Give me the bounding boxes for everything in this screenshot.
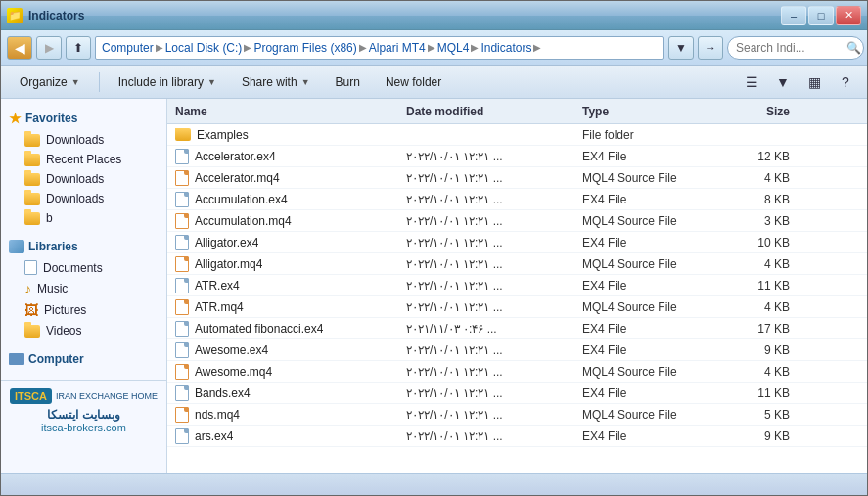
table-row[interactable]: ars.ex4 ۲۰۲۲/۱۰/۰۱ ۱۲:۲۱ ... EX4 File 9 …: [167, 426, 867, 447]
search-input[interactable]: [727, 36, 864, 60]
file-name-text: Awesome.mq4: [195, 365, 272, 379]
table-row[interactable]: Examples File folder: [167, 124, 867, 146]
ex4-file-icon: [175, 321, 189, 337]
sidebar-item-recent-places[interactable]: Recent Places: [1, 150, 166, 169]
sidebar-item-label: Documents: [43, 261, 103, 275]
computer-label: Computer: [28, 352, 84, 366]
dropdown-button[interactable]: ▼: [668, 36, 694, 60]
file-size: 11 KB: [725, 279, 794, 293]
breadcrumb-programfiles[interactable]: Program Files (x86): [253, 41, 356, 55]
sidebar-item-downloads2[interactable]: Downloads: [1, 169, 166, 189]
table-row[interactable]: Accumulation.mq4 ۲۰۲۲/۱۰/۰۱ ۱۲:۲۱ ... MQ…: [167, 210, 867, 232]
sidebar-computer-header[interactable]: Computer: [1, 348, 166, 370]
col-size-header[interactable]: Size: [725, 105, 794, 118]
file-name-text: Examples: [197, 128, 249, 142]
watermark-logo: ITSCA: [10, 388, 52, 404]
table-row[interactable]: Accelerator.mq4 ۲۰۲۲/۱۰/۰۱ ۱۲:۲۱ ... MQL…: [167, 167, 867, 189]
col-name-header[interactable]: Name: [167, 105, 402, 118]
toolbar-sep-1: [99, 72, 100, 92]
folder-icon: [24, 173, 40, 186]
sidebar-item-documents[interactable]: Documents: [1, 257, 166, 278]
sidebar-item-label: Recent Places: [46, 153, 121, 166]
toolbar-right: ☰ ▼ ▦ ?: [738, 70, 859, 94]
file-size: 9 KB: [725, 429, 794, 443]
maximize-button[interactable]: □: [808, 6, 834, 25]
sidebar-item-music[interactable]: ♪ Music: [1, 278, 166, 299]
file-size: 4 KB: [725, 257, 794, 271]
table-row[interactable]: nds.mq4 ۲۰۲۲/۱۰/۰۱ ۱۲:۲۱ ... MQL4 Source…: [167, 404, 867, 426]
sidebar-item-downloads1[interactable]: Downloads: [1, 130, 166, 150]
file-name-text: Alligator.ex4: [195, 236, 258, 249]
file-type: MQL4 Source File: [578, 214, 725, 228]
pictures-icon: 🖼: [24, 302, 38, 318]
file-size: 4 KB: [725, 171, 794, 185]
close-button[interactable]: ✕: [836, 6, 861, 25]
view-icon-button[interactable]: ☰: [738, 70, 765, 94]
file-name-text: nds.mq4: [195, 408, 240, 422]
file-date: ۲۰۲۲/۱۰/۰۱ ۱۲:۲۱ ...: [402, 343, 578, 357]
file-type: EX4 File: [578, 150, 725, 163]
forward-button[interactable]: ▶: [36, 36, 62, 60]
sidebar-item-downloads3[interactable]: Downloads: [1, 189, 166, 208]
sidebar-item-pictures[interactable]: 🖼 Pictures: [1, 299, 166, 321]
table-row[interactable]: Awesome.mq4 ۲۰۲۲/۱۰/۰۱ ۱۲:۲۱ ... MQL4 So…: [167, 361, 867, 383]
breadcrumb-localdisk[interactable]: Local Disk (C:): [165, 41, 243, 55]
file-area: Name Date modified Type Size Examples Fi…: [167, 99, 867, 473]
file-type: EX4 File: [578, 322, 725, 336]
file-type: EX4 File: [578, 386, 725, 400]
file-size: 4 KB: [725, 365, 794, 379]
ex4-file-icon: [175, 278, 189, 293]
file-name-text: Alligator.mq4: [195, 257, 262, 271]
breadcrumb-mql4[interactable]: MQL4: [437, 41, 470, 55]
col-type-header[interactable]: Type: [578, 105, 725, 118]
preview-pane-button[interactable]: ▦: [800, 70, 828, 94]
table-row[interactable]: Alligator.mq4 ۲۰۲۲/۱۰/۰۱ ۱۲:۲۱ ... MQL4 …: [167, 253, 867, 275]
table-row[interactable]: Awesome.ex4 ۲۰۲۲/۱۰/۰۱ ۱۲:۲۱ ... EX4 Fil…: [167, 339, 867, 361]
table-row[interactable]: Alligator.ex4 ۲۰۲۲/۱۰/۰۱ ۱۲:۲۱ ... EX4 F…: [167, 232, 867, 253]
table-row[interactable]: Automated fibonacci.ex4 ۲۰۲۱/۱۱/۰۳ ۰:۴۶ …: [167, 318, 867, 339]
window-icon: 📁: [7, 8, 23, 23]
breadcrumb-alpari[interactable]: Alpari MT4: [369, 41, 426, 55]
ex4-file-icon: [175, 235, 189, 250]
table-row[interactable]: Bands.ex4 ۲۰۲۲/۱۰/۰۱ ۱۲:۲۱ ... EX4 File …: [167, 383, 867, 404]
file-type: EX4 File: [578, 236, 725, 249]
share-with-button[interactable]: Share with ▼: [231, 69, 321, 95]
minimize-button[interactable]: –: [781, 6, 806, 25]
watermark-logo-text: ITSCA: [15, 390, 47, 402]
sidebar-libraries-header[interactable]: Libraries: [1, 236, 166, 257]
sidebar-favorites-header[interactable]: ★ Favorites: [1, 107, 166, 130]
burn-label: Burn: [336, 75, 360, 89]
table-row[interactable]: Accumulation.ex4 ۲۰۲۲/۱۰/۰۱ ۱۲:۲۱ ... EX…: [167, 189, 867, 210]
new-folder-button[interactable]: New folder: [375, 69, 452, 95]
file-name-cell: Accumulation.ex4: [167, 192, 402, 207]
burn-button[interactable]: Burn: [325, 69, 371, 95]
include-library-button[interactable]: Include in library ▼: [108, 69, 227, 95]
ex4-file-icon: [175, 149, 189, 164]
main-content: ★ Favorites Downloads Recent Places Down…: [1, 99, 867, 473]
organize-button[interactable]: Organize ▼: [9, 69, 91, 95]
sidebar-item-videos[interactable]: Videos: [1, 321, 166, 340]
file-size: 11 KB: [725, 386, 794, 400]
col-date-header[interactable]: Date modified: [402, 105, 578, 118]
view-dropdown-button[interactable]: ▼: [769, 70, 797, 94]
folder-icon: [24, 212, 40, 225]
sidebar-item-b[interactable]: b: [1, 208, 166, 228]
table-row[interactable]: ATR.mq4 ۲۰۲۲/۱۰/۰۱ ۱۲:۲۱ ... MQL4 Source…: [167, 296, 867, 318]
breadcrumb-indicators[interactable]: Indicators: [480, 41, 531, 55]
breadcrumb-computer[interactable]: Computer: [102, 41, 154, 55]
file-name-text: ATR.ex4: [195, 279, 240, 293]
refresh-button[interactable]: →: [698, 36, 723, 60]
file-name-cell: nds.mq4: [167, 407, 402, 423]
folder-icon: [24, 325, 40, 338]
back-button[interactable]: ◀: [7, 36, 32, 60]
help-button[interactable]: ?: [832, 70, 859, 94]
file-size: 12 KB: [725, 150, 794, 163]
table-row[interactable]: Accelerator.ex4 ۲۰۲۲/۱۰/۰۱ ۱۲:۲۱ ... EX4…: [167, 146, 867, 167]
file-name-cell: Alligator.ex4: [167, 235, 402, 250]
file-name-cell: Accelerator.mq4: [167, 170, 402, 186]
file-name-cell: Accumulation.mq4: [167, 213, 402, 229]
up-button[interactable]: ⬆: [66, 36, 91, 60]
file-name-cell: Awesome.mq4: [167, 364, 402, 380]
table-row[interactable]: ATR.ex4 ۲۰۲۲/۱۰/۰۱ ۱۲:۲۱ ... EX4 File 11…: [167, 275, 867, 296]
address-bar: ◀ ▶ ⬆ Computer ▶ Local Disk (C:) ▶ Progr…: [1, 30, 867, 66]
